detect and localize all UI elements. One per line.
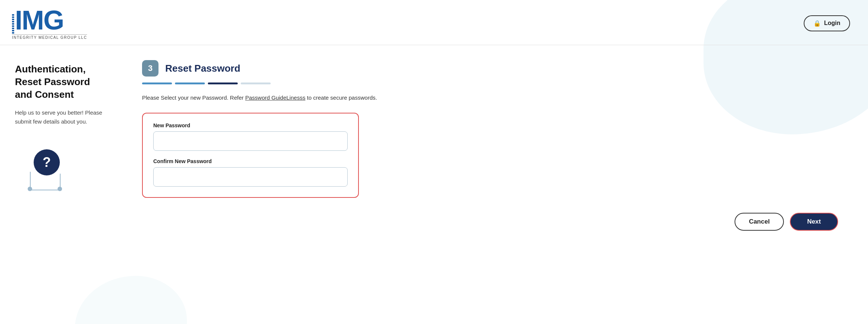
confirm-password-group: Confirm New Password: [153, 158, 348, 187]
logo-area: IMG INTEGRITY MEDICAL GROUP LLC: [12, 7, 87, 40]
illustration: ?: [15, 138, 82, 198]
progress-bar-2: [175, 82, 205, 84]
login-button[interactable]: 🔒 Login: [804, 15, 850, 31]
form-actions: Cancel Next: [142, 213, 838, 231]
spine-icon: [12, 14, 14, 34]
left-description: Help us to serve you better! Please subm…: [15, 108, 105, 126]
logo-letters: IMG: [15, 7, 64, 34]
illus-line-2: [60, 174, 61, 189]
new-password-label: New Password: [153, 122, 348, 128]
left-panel: Authentication, Reset Password and Conse…: [0, 45, 120, 324]
main-layout: Authentication, Reset Password and Conse…: [0, 45, 868, 324]
logo-tagline: INTEGRITY MEDICAL GROUP LLC: [12, 34, 87, 40]
header: IMG INTEGRITY MEDICAL GROUP LLC 🔒 Login: [0, 0, 868, 45]
illus-dot-2: [58, 187, 62, 191]
confirm-password-label: Confirm New Password: [153, 158, 348, 164]
progress-bar-3: [208, 82, 238, 84]
left-title: Authentication, Reset Password and Conse…: [15, 63, 105, 101]
illus-dot-1: [28, 187, 32, 191]
step-title: Reset Password: [165, 63, 240, 74]
progress-bar-4: [241, 82, 271, 84]
step-header: 3 Reset Password: [142, 60, 838, 77]
guidelines-link[interactable]: Password GuideLinesss: [245, 94, 305, 101]
next-button[interactable]: Next: [790, 213, 838, 231]
question-circle: ?: [34, 149, 60, 175]
cancel-button[interactable]: Cancel: [735, 213, 784, 231]
progress-bars: [142, 82, 838, 84]
step-description: Please Select your new Password. Refer P…: [142, 93, 838, 102]
new-password-input[interactable]: [153, 131, 348, 151]
form-container: New Password Confirm New Password: [142, 113, 359, 198]
description-suffix: to create secure passwords.: [305, 94, 377, 101]
new-password-group: New Password: [153, 122, 348, 151]
description-prefix: Please Select your new Password. Refer: [142, 94, 245, 101]
step-badge: 3: [142, 60, 158, 77]
login-label: Login: [824, 20, 840, 27]
illus-line-3: [30, 190, 60, 190]
main-content: 3 Reset Password Please Select your new …: [120, 45, 868, 324]
lock-icon: 🔒: [813, 20, 821, 27]
progress-bar-1: [142, 82, 172, 84]
logo-image: IMG: [12, 7, 64, 34]
confirm-password-input[interactable]: [153, 167, 348, 187]
question-mark-icon: ?: [43, 155, 51, 170]
